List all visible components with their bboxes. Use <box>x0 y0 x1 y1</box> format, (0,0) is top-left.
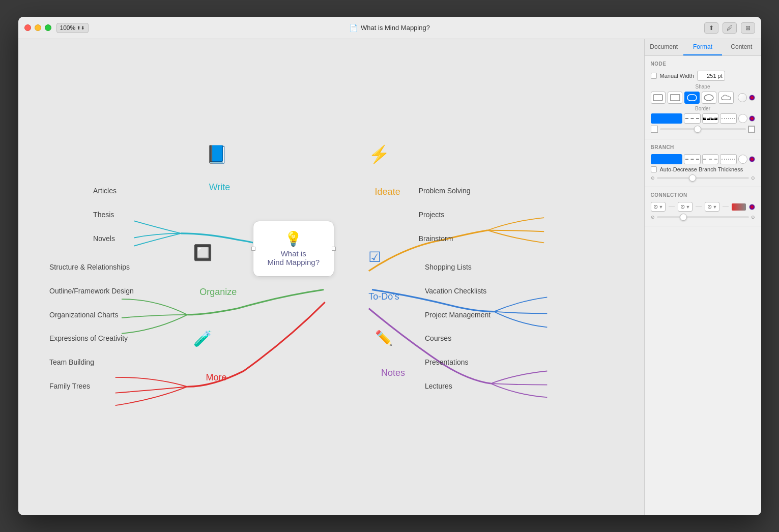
todos-label[interactable]: To-Do's <box>368 291 399 302</box>
more-leaf-team[interactable]: Team Building <box>49 358 94 366</box>
conn-max-icon: ⊙ <box>751 215 755 220</box>
branch-dashed2[interactable] <box>702 154 718 164</box>
shape-cloud[interactable] <box>718 92 733 104</box>
mindmap-canvas[interactable]: 💡 What is Mind Mapping? 📘 Write Articles… <box>18 39 644 515</box>
shape-rect[interactable] <box>668 92 682 104</box>
close-button[interactable] <box>24 24 31 31</box>
border-color-picker[interactable] <box>738 114 747 123</box>
share-button[interactable]: ⬆ <box>704 22 718 34</box>
border-dotted[interactable] <box>720 113 736 124</box>
branch-width-slider-row: ⊙ ⊙ <box>651 175 755 181</box>
auto-decrease-checkbox[interactable] <box>651 166 657 172</box>
todos-leaf-vacation[interactable]: Vacation Checklists <box>425 287 486 295</box>
center-text-line2: Mind Mapping? <box>267 258 320 267</box>
organize-leaf-structure[interactable]: Structure & Relationships <box>49 263 130 271</box>
border-solid[interactable] <box>651 113 683 124</box>
ideate-leaf-brainstorm[interactable]: Brainstorm <box>419 234 453 243</box>
branch-section-title: BRANCH <box>651 144 755 150</box>
main-content: 💡 What is Mind Mapping? 📘 Write Articles… <box>18 39 761 515</box>
ideate-leaf-problem[interactable]: Problem Solving <box>419 187 471 195</box>
border-dashed1[interactable] <box>684 113 700 124</box>
toolbar-button[interactable]: 🖊 <box>723 22 737 34</box>
center-text-line1: What is <box>281 249 306 258</box>
write-leaf-novels[interactable]: Novels <box>93 234 115 243</box>
border-color-picker2[interactable] <box>749 115 755 122</box>
minimize-button[interactable] <box>35 24 41 31</box>
border-thick-icon <box>748 126 755 133</box>
shape-row <box>651 92 755 104</box>
write-leaf-articles[interactable]: Articles <box>93 187 117 195</box>
branch-min-icon: ⊙ <box>651 175 655 181</box>
tab-content[interactable]: Content <box>722 39 761 55</box>
branch-style-row <box>651 154 755 164</box>
zoom-control[interactable]: 100% ⬆⬇ <box>56 23 89 33</box>
organize-leaf-outline[interactable]: Outline/Framework Design <box>49 287 134 295</box>
conn-start-arrow[interactable]: ⊙ ▼ <box>651 202 666 212</box>
todos-leaf-project[interactable]: Project Management <box>425 311 491 319</box>
branch-dotted[interactable] <box>720 154 736 164</box>
write-icon: 📘 <box>206 144 227 164</box>
manual-width-input[interactable] <box>697 71 725 81</box>
titlebar: 100% ⬆⬇ 📄 What is Mind Mapping? ⬆ 🖊 ⊞ <box>18 17 761 39</box>
mindmap-svg <box>18 39 644 515</box>
organize-icon: 🔲 <box>193 244 212 261</box>
svg-rect-1 <box>671 95 680 101</box>
conn-width-slider[interactable] <box>657 216 749 218</box>
conn-width-slider-row: ⊙ ⊙ <box>651 215 755 220</box>
write-leaf-thesis[interactable]: Thesis <box>93 211 114 219</box>
tab-format[interactable]: Format <box>683 39 722 55</box>
shape-ellipse[interactable] <box>702 92 716 104</box>
shape-color-picker2[interactable] <box>749 95 755 101</box>
border-width-slider-row <box>651 126 755 133</box>
manual-width-checkbox[interactable] <box>651 73 657 79</box>
conn-color-swatch[interactable] <box>732 203 746 211</box>
branch-solid[interactable] <box>651 154 683 164</box>
app-window: 100% ⬆⬇ 📄 What is Mind Mapping? ⬆ 🖊 ⊞ <box>18 17 761 515</box>
window-title: What is Mind Mapping? <box>361 24 430 32</box>
auto-decrease-row: Auto-Decrease Branch Thickness <box>651 166 755 172</box>
conn-color-picker[interactable] <box>749 204 755 210</box>
organize-leaf-org[interactable]: Organizational Charts <box>49 311 118 319</box>
svg-point-3 <box>704 95 713 101</box>
center-icon: 💡 <box>284 230 302 247</box>
conn-end-arrow[interactable]: ⊙ ▼ <box>705 202 720 212</box>
resize-handle-right[interactable] <box>332 247 336 251</box>
branch-color-picker[interactable] <box>738 155 747 164</box>
zoom-button[interactable] <box>45 24 51 31</box>
ideate-label[interactable]: Ideate <box>375 187 400 197</box>
conn-min-icon: ⊙ <box>651 215 655 220</box>
branch-dashed1[interactable] <box>684 154 700 164</box>
center-node[interactable]: 💡 What is Mind Mapping? <box>253 221 334 277</box>
notes-leaf-presentations[interactable]: Presentations <box>425 358 469 366</box>
zoom-value: 100% <box>60 24 76 32</box>
branch-color-picker2[interactable] <box>749 156 755 162</box>
more-label[interactable]: More <box>206 372 227 383</box>
resize-handle-left[interactable] <box>251 247 255 251</box>
notes-leaf-courses[interactable]: Courses <box>425 334 451 342</box>
conn-style[interactable]: ⊙ ▼ <box>678 202 693 212</box>
notes-icon: ✏️ <box>375 330 393 346</box>
ideate-leaf-projects[interactable]: Projects <box>419 211 445 219</box>
branch-width-slider[interactable] <box>657 177 749 179</box>
border-sublabel: Border <box>651 106 755 111</box>
more-leaf-family[interactable]: Family Trees <box>49 382 90 390</box>
view-button[interactable]: ⊞ <box>741 22 755 34</box>
branch-section: BRANCH <box>645 139 761 187</box>
more-leaf-creativity[interactable]: Expressions of Creativity <box>49 334 128 342</box>
border-thin-icon <box>651 126 658 133</box>
tab-document[interactable]: Document <box>645 39 683 55</box>
write-label[interactable]: Write <box>209 182 230 193</box>
node-section-title: NODE <box>651 61 755 67</box>
zoom-stepper-icon: ⬆⬇ <box>77 25 85 31</box>
shape-rect-rounded[interactable] <box>684 92 699 104</box>
shape-color-picker[interactable] <box>738 93 747 102</box>
todos-leaf-shopping[interactable]: Shopping Lists <box>425 263 472 271</box>
border-dashed2[interactable] <box>702 113 718 124</box>
notes-leaf-lectures[interactable]: Lectures <box>425 382 452 390</box>
panel-tabs: Document Format Content <box>645 39 761 56</box>
shape-rect-rounded-small[interactable] <box>651 92 666 104</box>
border-width-slider[interactable] <box>660 128 746 130</box>
organize-label[interactable]: Organize <box>199 287 237 298</box>
connection-section-title: CONNECTION <box>651 192 755 198</box>
notes-label[interactable]: Notes <box>381 368 405 378</box>
